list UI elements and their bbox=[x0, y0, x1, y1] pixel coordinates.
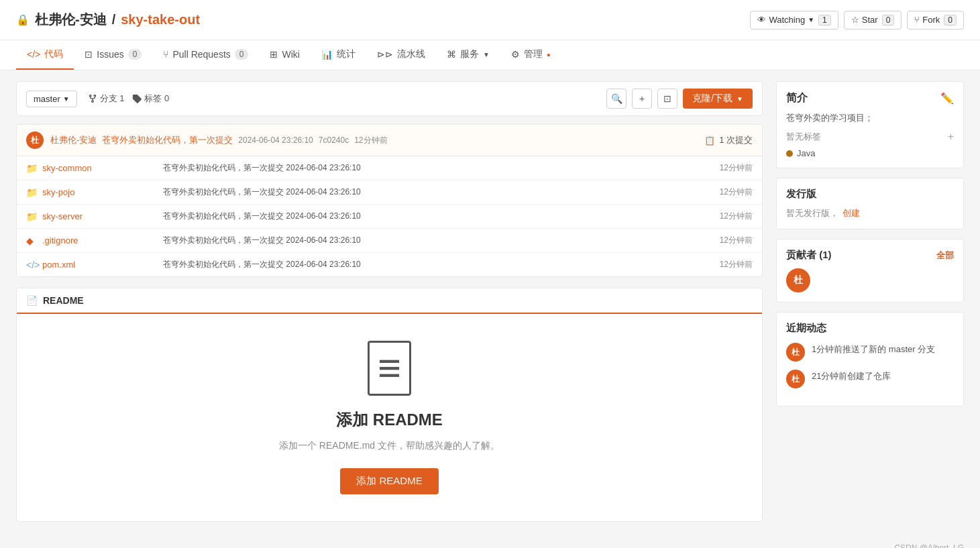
readme-section: 📄 README ≡ 添加 README 添加一个 README.md 文件，帮… bbox=[16, 288, 763, 522]
contributors-title: 贡献者 (1) 全部 bbox=[786, 249, 954, 262]
file-time: 12分钟前 bbox=[706, 186, 753, 198]
table-row: </> pom.xml 苍穹外卖初始化代码，第一次提交 2024-06-04 2… bbox=[17, 253, 762, 276]
fork-label: Fork bbox=[922, 15, 940, 25]
fork-icon: ⑂ bbox=[914, 15, 920, 25]
activity-title: 近期动态 bbox=[786, 322, 954, 335]
release-title: 发行版 bbox=[786, 188, 954, 201]
table-row: ◆ .gitignore 苍穹外卖初始化代码，第一次提交 2024-06-04 … bbox=[17, 229, 762, 253]
tag-row: 暂无标签 + bbox=[786, 131, 954, 143]
repo-header: 🔒 杜弗伦-安迪 / sky-take-out 👁 Watching ▼ 1 ☆… bbox=[0, 0, 980, 40]
commit-avatar: 杜 bbox=[26, 131, 44, 149]
git-icon: ◆ bbox=[26, 235, 37, 246]
sidebar-intro: 简介 ✏️ 苍穹外卖的学习项目； 暂无标签 + Java bbox=[776, 81, 964, 168]
tab-pullrequests[interactable]: ⑂ Pull Requests 0 bbox=[152, 40, 259, 70]
file-rows: 📁 sky-common 苍穹外卖初始化代码，第一次提交 2024-06-04 … bbox=[17, 156, 762, 276]
nav-tabs: </> 代码 ⊡ Issues 0 ⑂ Pull Requests 0 ⊞ Wi… bbox=[0, 40, 980, 70]
file-name[interactable]: sky-common bbox=[42, 163, 150, 173]
file-commit-msg: 苍穹外卖初始化代码，第一次提交 2024-06-04 23:26:10 bbox=[150, 186, 706, 198]
create-release-link[interactable]: 创建 bbox=[842, 207, 860, 219]
lang-label: Java bbox=[797, 148, 815, 158]
wiki-icon: ⊞ bbox=[270, 49, 278, 60]
folder-icon: 📁 bbox=[26, 187, 37, 198]
branch-selector[interactable]: master ▼ bbox=[26, 91, 77, 107]
pipeline-icon: ⊳⊳ bbox=[377, 49, 393, 60]
intro-title: 简介 ✏️ bbox=[786, 91, 954, 105]
branch-left: master ▼ 分支 1 标签 0 bbox=[26, 91, 169, 107]
pr-badge: 0 bbox=[235, 49, 249, 60]
search-button[interactable]: 🔍 bbox=[606, 89, 627, 109]
repo-name-link[interactable]: sky-take-out bbox=[121, 12, 200, 28]
list-item: 杜 1分钟前推送了新的 master 分支 bbox=[786, 343, 954, 362]
commit-hash: 7c0240c bbox=[319, 135, 349, 145]
issues-badge: 0 bbox=[128, 49, 142, 60]
repo-title: 🔒 杜弗伦-安迪 / sky-take-out bbox=[16, 11, 200, 29]
activity-text: 1分钟前推送了新的 master 分支 bbox=[812, 343, 935, 356]
branch-info: 分支 1 标签 0 bbox=[88, 93, 170, 105]
file-list: 杜 杜弗伦-安迪 苍穹外卖初始化代码，第一次提交 2024-06-04 23:2… bbox=[16, 124, 763, 277]
branch-bar: master ▼ 分支 1 标签 0 🔍 + ⊡ bbox=[16, 81, 763, 116]
pr-icon: ⑂ bbox=[163, 49, 168, 60]
commit-right: 📋 1 次提交 bbox=[704, 134, 753, 146]
branch-count: 分支 1 bbox=[88, 93, 125, 105]
readme-content: ≡ 添加 README 添加一个 README.md 文件，帮助感兴趣的人了解。… bbox=[17, 314, 762, 521]
sidebar-contributors: 贡献者 (1) 全部 杜 bbox=[776, 239, 964, 303]
tab-code[interactable]: </> 代码 bbox=[16, 40, 74, 70]
main-content: master ▼ 分支 1 标签 0 🔍 + ⊡ bbox=[0, 70, 980, 533]
commit-message[interactable]: 苍穹外卖初始化代码，第一次提交 bbox=[102, 134, 233, 146]
readme-description: 添加一个 README.md 文件，帮助感兴趣的人了解。 bbox=[279, 440, 500, 452]
star-button[interactable]: ☆ Star 0 bbox=[844, 11, 902, 30]
branch-right: 🔍 + ⊡ 克隆/下载 ▼ bbox=[606, 89, 753, 109]
lang-row: Java bbox=[786, 148, 954, 158]
commit-author: 杜弗伦-安迪 bbox=[50, 134, 97, 146]
all-contributors-link[interactable]: 全部 bbox=[936, 250, 954, 262]
tab-wiki[interactable]: ⊞ Wiki bbox=[259, 40, 310, 70]
file-name[interactable]: sky-pojo bbox=[42, 187, 150, 197]
clone-dropdown-icon: ▼ bbox=[737, 95, 743, 103]
tab-stats[interactable]: 📊 统计 bbox=[311, 40, 366, 70]
table-row: 📁 sky-common 苍穹外卖初始化代码，第一次提交 2024-06-04 … bbox=[17, 156, 762, 180]
list-item: 杜 21分钟前创建了仓库 bbox=[786, 370, 954, 388]
tab-code-label: 代码 bbox=[44, 48, 63, 60]
services-icon: ⌘ bbox=[447, 49, 456, 60]
file-time: 12分钟前 bbox=[706, 211, 753, 222]
activity-avatar: 杜 bbox=[786, 343, 805, 362]
admin-icon: ⚙ bbox=[511, 49, 520, 60]
add-file-button[interactable]: + bbox=[632, 89, 652, 109]
watching-button[interactable]: 👁 Watching ▼ 1 bbox=[750, 11, 838, 30]
tab-pipeline-label: 流水线 bbox=[397, 48, 425, 60]
tab-services[interactable]: ⌘ 服务 ▼ bbox=[436, 40, 500, 70]
readme-title-label: README bbox=[43, 295, 84, 306]
clone-label: 克隆/下载 bbox=[692, 93, 732, 105]
file-time: 12分钟前 bbox=[706, 235, 753, 246]
activity-list: 杜 1分钟前推送了新的 master 分支 杜 21分钟前创建了仓库 bbox=[786, 343, 954, 388]
tab-admin-label: 管理 bbox=[524, 48, 543, 60]
readme-add-title: 添加 README bbox=[336, 409, 443, 431]
branch-dropdown-icon: ▼ bbox=[63, 95, 70, 103]
contributors-title-text: 贡献者 (1) bbox=[786, 249, 832, 262]
history-button[interactable]: ⊡ bbox=[657, 89, 677, 109]
watching-count: 1 bbox=[818, 15, 831, 25]
commit-time: 12分钟前 bbox=[354, 135, 387, 146]
file-name[interactable]: pom.xml bbox=[42, 260, 150, 270]
java-lang-dot bbox=[786, 150, 793, 157]
tab-issues[interactable]: ⊡ Issues 0 bbox=[74, 40, 152, 70]
readme-header: 📄 README bbox=[17, 288, 762, 314]
tab-admin[interactable]: ⚙ 管理 ● bbox=[500, 40, 561, 70]
commits-count: 1 次提交 bbox=[719, 134, 753, 146]
file-name[interactable]: sky-server bbox=[42, 211, 150, 221]
tab-pipeline[interactable]: ⊳⊳ 流水线 bbox=[366, 40, 436, 70]
clone-button[interactable]: 克隆/下载 ▼ bbox=[683, 89, 753, 109]
fork-button[interactable]: ⑂ Fork 0 bbox=[907, 11, 964, 30]
file-commit-msg: 苍穹外卖初始化代码，第一次提交 2024-06-04 23:26:10 bbox=[150, 162, 706, 174]
contributor-avatar[interactable]: 杜 bbox=[786, 268, 810, 292]
file-name[interactable]: .gitignore bbox=[42, 235, 150, 245]
file-time: 12分钟前 bbox=[706, 259, 753, 270]
star-count: 0 bbox=[882, 15, 895, 25]
issues-icon: ⊡ bbox=[85, 49, 93, 60]
file-commit-msg: 苍穹外卖初始化代码，第一次提交 2024-06-04 23:26:10 bbox=[150, 235, 706, 246]
add-tag-button[interactable]: + bbox=[948, 131, 954, 143]
star-icon: ☆ bbox=[851, 15, 859, 25]
add-readme-button[interactable]: 添加 README bbox=[340, 468, 438, 494]
edit-intro-button[interactable]: ✏️ bbox=[940, 92, 954, 105]
tab-pr-label: Pull Requests bbox=[172, 49, 230, 60]
